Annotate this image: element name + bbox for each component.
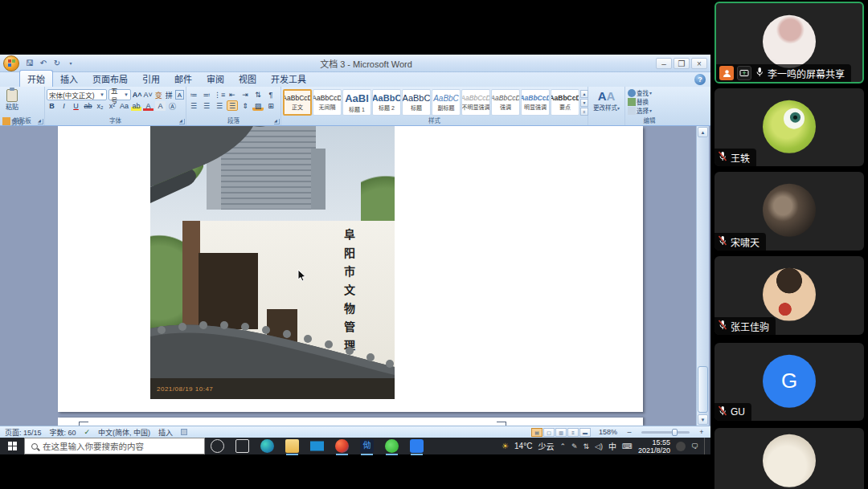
- tab-references[interactable]: 引用: [135, 71, 167, 87]
- tray-app-icon[interactable]: [676, 442, 686, 451]
- zoom-level[interactable]: 158%: [599, 428, 617, 436]
- search-input[interactable]: [43, 442, 187, 451]
- style-subtitle[interactable]: AaBbC副标题: [432, 89, 461, 116]
- edge-icon[interactable]: [260, 439, 274, 453]
- mail-icon[interactable]: [310, 439, 324, 453]
- style-heading1[interactable]: AaBl标题 1: [342, 89, 371, 116]
- select-button[interactable]: 选择▾: [627, 106, 672, 115]
- weather-temp[interactable]: 14°C: [514, 442, 532, 450]
- file-explorer-icon[interactable]: [285, 439, 299, 453]
- language-indicator[interactable]: 中文(简体, 中国): [98, 427, 150, 438]
- document-photo[interactable]: 阜阳市文物管理 2021/08/19 10:47: [150, 126, 395, 399]
- qat-dropdown-icon[interactable]: ▾: [65, 58, 76, 69]
- style-intense-emphasis[interactable]: AaBbCcD明显强调: [521, 89, 550, 116]
- tab-review[interactable]: 审阅: [199, 71, 231, 87]
- weather-desc[interactable]: 少云: [538, 440, 554, 452]
- bold-icon[interactable]: B: [47, 101, 57, 111]
- grow-font-icon[interactable]: A˄: [133, 90, 142, 100]
- subscript-icon[interactable]: x₂: [95, 101, 105, 111]
- style-subtle-emphasis[interactable]: AaBbCcD不明显强调: [461, 89, 490, 116]
- redo-icon[interactable]: ↻: [51, 58, 63, 69]
- show-desktop-button[interactable]: [704, 438, 707, 454]
- style-strong[interactable]: AaBbCcD要点: [551, 89, 579, 116]
- tab-home[interactable]: 开始: [19, 70, 53, 87]
- gallery-more-icon[interactable]: ≡: [580, 108, 588, 116]
- scrollbar-thumb[interactable]: [698, 366, 708, 413]
- phonetic-guide-icon[interactable]: 拼: [165, 90, 174, 100]
- highlight-icon[interactable]: ab: [131, 101, 141, 111]
- paragraph-dialog-launcher-icon[interactable]: ◢: [274, 119, 280, 124]
- hidden-icons-chevron-icon[interactable]: ⌃: [559, 442, 566, 450]
- help-icon[interactable]: ?: [694, 74, 706, 85]
- ime-indicator[interactable]: 中: [608, 440, 616, 452]
- app-icon-red[interactable]: [335, 439, 349, 453]
- tab-page-layout[interactable]: 页面布局: [85, 71, 135, 87]
- italic-icon[interactable]: I: [59, 101, 69, 111]
- pen-icon[interactable]: ✎: [571, 442, 578, 450]
- font-family-select[interactable]: 宋体(中文正文)▼: [47, 89, 107, 100]
- style-title[interactable]: AaBbC标题: [402, 89, 431, 116]
- participant-tile[interactable]: [714, 428, 864, 489]
- character-shading-icon[interactable]: A: [155, 101, 166, 111]
- decrease-indent-icon[interactable]: ⇤: [227, 89, 238, 100]
- minimize-button[interactable]: –: [656, 58, 672, 69]
- page-indicator[interactable]: 页面: 15/15: [5, 427, 42, 438]
- shrink-font-icon[interactable]: A˅: [144, 90, 153, 100]
- strikethrough-icon[interactable]: ab: [83, 101, 93, 111]
- network-icon[interactable]: ⇅: [583, 442, 589, 450]
- word-count[interactable]: 字数: 60: [50, 427, 76, 438]
- taskbar-clock[interactable]: 15:55 2021/8/20: [638, 438, 670, 454]
- restore-button[interactable]: ❐: [674, 58, 690, 69]
- fullscreen-view-icon[interactable]: ▢: [543, 428, 555, 437]
- cortana-icon[interactable]: [211, 439, 224, 453]
- paste-button[interactable]: 粘贴: [2, 88, 23, 115]
- enclose-characters-icon[interactable]: Ⓐ: [167, 101, 178, 111]
- multilevel-list-icon[interactable]: ⋮≡: [214, 89, 225, 100]
- clear-formatting-icon[interactable]: 变: [154, 90, 163, 100]
- align-left-icon[interactable]: ☰: [188, 100, 199, 111]
- tab-mailings[interactable]: 邮件: [167, 71, 199, 87]
- change-styles-button[interactable]: 更改样式▾: [590, 103, 623, 112]
- spellcheck-icon[interactable]: ✓: [84, 428, 91, 436]
- font-size-select[interactable]: 五号▼: [108, 89, 131, 100]
- zoom-slider-thumb[interactable]: [672, 429, 678, 436]
- underline-icon[interactable]: U: [71, 101, 81, 111]
- show-marks-icon[interactable]: ¶: [265, 89, 276, 100]
- taskbar-search[interactable]: [24, 438, 205, 454]
- font-dialog-launcher-icon[interactable]: ◢: [179, 119, 185, 124]
- close-button[interactable]: ×: [691, 58, 707, 69]
- action-center-icon[interactable]: 🗨: [691, 442, 698, 450]
- office-button[interactable]: [3, 55, 19, 71]
- tab-developer[interactable]: 开发工具: [264, 71, 313, 87]
- align-center-icon[interactable]: ☰: [201, 100, 212, 111]
- participant-tile[interactable]: 王轶: [714, 88, 864, 166]
- participant-tile[interactable]: 张王佳驹: [714, 256, 864, 335]
- gallery-up-icon[interactable]: ▲: [580, 90, 588, 98]
- style-normal[interactable]: AaBbCcD正文: [283, 89, 312, 116]
- replace-button[interactable]: 替换: [627, 97, 672, 106]
- zoom-slider[interactable]: [641, 431, 690, 434]
- sort-icon[interactable]: ⇅: [252, 89, 264, 100]
- participant-tile[interactable]: G GU: [714, 343, 864, 421]
- shading-icon[interactable]: ▨: [252, 100, 264, 111]
- justify-icon[interactable]: ☰: [227, 100, 238, 111]
- print-layout-view-icon[interactable]: ▤: [531, 428, 542, 437]
- docs-app-icon[interactable]: [410, 439, 424, 453]
- bullets-icon[interactable]: ≔: [188, 89, 199, 100]
- zoom-in-icon[interactable]: +: [698, 428, 706, 436]
- tab-view[interactable]: 视图: [231, 71, 264, 87]
- change-case-icon[interactable]: Aa: [119, 101, 129, 111]
- scroll-up-icon[interactable]: ▲: [698, 127, 708, 137]
- task-view-icon[interactable]: [235, 439, 249, 453]
- wechat-icon[interactable]: [385, 439, 399, 453]
- touch-keyboard-icon[interactable]: ⌨: [622, 442, 633, 450]
- volume-icon[interactable]: ◁): [595, 442, 603, 450]
- macro-record-icon[interactable]: [181, 429, 187, 435]
- find-button[interactable]: 查找▾: [627, 88, 672, 97]
- document-area[interactable]: 阜阳市文物管理 2021/08/19 10:47: [0, 126, 710, 426]
- draft-view-icon[interactable]: ▬: [579, 428, 591, 437]
- scroll-down-icon[interactable]: ▼: [698, 414, 708, 425]
- line-spacing-icon[interactable]: ⇕: [240, 100, 251, 111]
- participant-tile-sharing[interactable]: 李一鸣的屏幕共享: [714, 2, 864, 84]
- insert-mode[interactable]: 插入: [158, 427, 173, 438]
